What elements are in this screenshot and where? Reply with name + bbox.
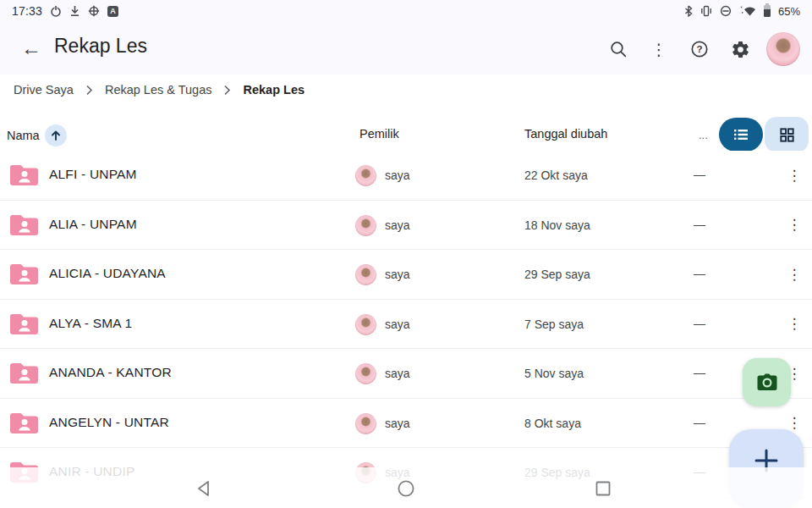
app-bar: ← Rekap Les ⋮ ? bbox=[0, 22, 812, 75]
shared-folder-icon bbox=[8, 212, 40, 241]
view-toggle bbox=[719, 117, 809, 152]
system-nav-bar bbox=[0, 467, 812, 508]
network-icon bbox=[88, 5, 100, 17]
download-icon bbox=[69, 5, 80, 17]
row-overflow-menu-icon[interactable]: ⋮ bbox=[783, 164, 805, 186]
shared-folder-icon bbox=[8, 162, 40, 191]
folder-row[interactable]: ANGELYN - UNTAR saya 8 Okt saya — ⋮ bbox=[0, 399, 812, 449]
folder-row[interactable]: ANANDA - KANTOR saya 5 Nov saya — ⋮ bbox=[0, 349, 812, 399]
nav-recents-button[interactable] bbox=[593, 478, 613, 499]
chevron-right-icon bbox=[85, 85, 93, 96]
column-owner-label: Pemilik bbox=[359, 127, 399, 141]
owner-avatar bbox=[355, 165, 376, 186]
svg-text:?: ? bbox=[696, 44, 702, 54]
owner-label: saya bbox=[385, 168, 410, 182]
file-size: — bbox=[694, 416, 705, 429]
owner-avatar bbox=[355, 314, 376, 335]
battery-percent: 65% bbox=[778, 5, 800, 18]
status-time: 17:33 bbox=[12, 4, 42, 18]
row-overflow-menu-icon[interactable]: ⋮ bbox=[783, 313, 805, 335]
dnd-icon bbox=[720, 5, 732, 17]
folder-row[interactable]: ALYA - SMA 1 saya 7 Sep saya — ⋮ bbox=[0, 300, 812, 350]
nav-home-button[interactable] bbox=[396, 478, 416, 499]
file-size: — bbox=[694, 267, 705, 280]
camera-icon bbox=[756, 373, 778, 393]
owner-label: saya bbox=[385, 367, 410, 380]
battery-icon bbox=[764, 5, 771, 17]
folder-name: ALYA - SMA 1 bbox=[49, 316, 132, 331]
sort-by-name-button[interactable]: Nama bbox=[7, 124, 67, 146]
folder-name: ALICIA - UDAYANA bbox=[49, 266, 166, 281]
bluetooth-icon bbox=[684, 5, 693, 17]
sort-ascending-icon bbox=[45, 124, 67, 146]
file-size: — bbox=[694, 168, 705, 181]
status-bar: 17:33 A 65 bbox=[0, 0, 812, 22]
settings-icon[interactable] bbox=[726, 35, 754, 64]
folder-name: ALFI - UNPAM bbox=[49, 167, 137, 182]
owner-label: saya bbox=[385, 417, 410, 430]
row-overflow-menu-icon[interactable]: ⋮ bbox=[783, 263, 805, 285]
owner-label: saya bbox=[385, 218, 410, 232]
file-size: — bbox=[694, 366, 705, 379]
folder-name: ANGELYN - UNTAR bbox=[49, 415, 169, 430]
folder-name: ANANDA - KANTOR bbox=[49, 365, 172, 380]
row-overflow-menu-icon[interactable]: ⋮ bbox=[783, 214, 805, 236]
owner-avatar bbox=[355, 215, 376, 236]
file-size: — bbox=[694, 317, 705, 330]
shared-folder-icon bbox=[8, 311, 40, 340]
list-header: Nama Pemilik Tanggal diubah ... bbox=[0, 117, 812, 151]
shared-folder-icon bbox=[8, 410, 40, 439]
shared-folder-icon bbox=[8, 261, 40, 290]
modified-date: 8 Okt saya bbox=[524, 417, 581, 430]
modified-date: 29 Sep saya bbox=[524, 268, 590, 281]
wifi-icon bbox=[739, 5, 756, 17]
column-more-label[interactable]: ... bbox=[699, 129, 708, 141]
breadcrumb-item-drive-saya[interactable]: Drive Saya bbox=[14, 83, 74, 97]
shared-folder-icon bbox=[8, 360, 40, 389]
vibrate-icon bbox=[700, 5, 712, 17]
modified-date: 5 Nov saya bbox=[524, 367, 584, 380]
modified-date: 18 Nov saya bbox=[524, 218, 590, 232]
file-size: — bbox=[694, 218, 705, 231]
help-icon[interactable]: ? bbox=[685, 35, 714, 64]
column-modified-label: Tanggal diubah bbox=[524, 127, 607, 141]
folder-row[interactable]: ALICIA - UDAYANA saya 29 Sep saya — ⋮ bbox=[0, 250, 812, 300]
owner-label: saya bbox=[385, 318, 410, 331]
overflow-menu-icon[interactable]: ⋮ bbox=[645, 35, 673, 64]
owner-avatar bbox=[355, 413, 376, 434]
back-button[interactable]: ← bbox=[19, 36, 44, 61]
page-title: Rekap Les bbox=[54, 35, 147, 58]
owner-avatar bbox=[355, 264, 376, 285]
list-view-button-selected[interactable] bbox=[719, 118, 763, 152]
power-icon bbox=[50, 5, 62, 17]
folder-name: ALIA - UNPAM bbox=[49, 217, 137, 232]
owner-label: saya bbox=[385, 268, 410, 281]
folder-row[interactable]: ALIA - UNPAM saya 18 Nov saya — ⋮ bbox=[0, 201, 812, 251]
breadcrumb-item-rekap-les-tugas[interactable]: Rekap Les & Tugas bbox=[105, 83, 212, 97]
folder-list: ALFI - UNPAM saya 22 Okt saya — ⋮ ALIA -… bbox=[0, 151, 812, 498]
folder-row[interactable]: ALFI - UNPAM saya 22 Okt saya — ⋮ bbox=[0, 151, 812, 201]
chevron-right-icon bbox=[223, 85, 231, 96]
camera-scan-fab[interactable] bbox=[743, 358, 791, 406]
auto-brightness-icon: A bbox=[107, 6, 118, 17]
column-name-label: Nama bbox=[7, 129, 40, 142]
modified-date: 22 Okt saya bbox=[524, 168, 588, 182]
search-icon[interactable] bbox=[604, 35, 633, 64]
modified-date: 7 Sep saya bbox=[524, 318, 584, 331]
grid-view-button[interactable] bbox=[765, 117, 809, 152]
account-avatar[interactable] bbox=[766, 32, 800, 66]
owner-avatar bbox=[355, 363, 376, 384]
breadcrumb-item-current: Rekap Les bbox=[243, 83, 304, 97]
breadcrumb: Drive Saya Rekap Les & Tugas Rekap Les bbox=[14, 83, 304, 97]
nav-back-button[interactable] bbox=[193, 478, 213, 499]
drive-app-screen: 17:33 A 65 bbox=[0, 0, 812, 508]
